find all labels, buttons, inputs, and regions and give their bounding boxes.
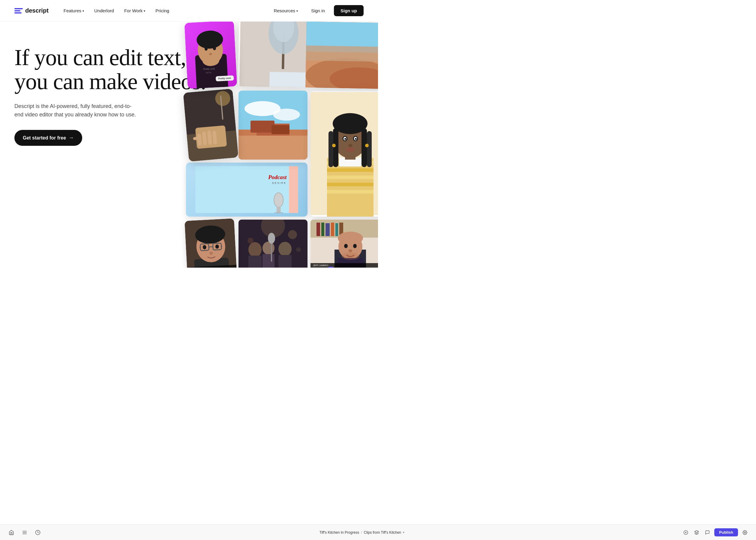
svg-point-62 [365,144,369,147]
svg-point-92 [278,242,292,256]
svg-rect-43 [327,183,373,186]
svg-rect-103 [321,222,324,236]
logo-icon [14,8,23,14]
svg-rect-39 [327,158,373,216]
nav-left: descript Features ▾ Underlord For Work ▾… [14,6,174,16]
svg-point-95 [268,233,275,244]
image-collage: Pretty cool. TikTok Pretty cool. [186,22,378,268]
logo[interactable]: descript [14,7,49,14]
svg-text:SO,: SO, [329,267,333,268]
svg-rect-106 [335,223,338,236]
hero-section: If you can edit text, you can make video… [0,22,378,268]
svg-rect-41 [327,168,373,172]
svg-rect-91 [263,254,275,268]
nav-link-underlord[interactable]: Underlord [90,6,118,16]
photo-card-3 [183,88,238,162]
svg-rect-93 [278,255,292,268]
svg-point-58 [355,138,357,140]
svg-rect-49 [328,131,333,167]
svg-rect-69 [274,212,283,213]
svg-point-90 [263,241,275,255]
svg-point-60 [346,147,355,152]
svg-rect-66 [289,166,298,213]
svg-rect-50 [361,128,367,167]
svg-point-112 [344,244,348,248]
svg-text:in that proce...: in that proce... [334,267,349,268]
nav-right: Resources ▾ Sign in Sign up [269,5,364,16]
svg-rect-68 [277,206,281,213]
photo-card-1: Pretty cool. TikTok Pretty cool. [184,22,237,89]
svg-point-96 [288,230,297,239]
svg-text:And then,: And then, [313,267,323,268]
svg-rect-48 [333,128,338,167]
svg-point-59 [348,144,352,147]
svg-rect-63 [195,166,298,213]
svg-rect-44 [327,190,373,194]
svg-point-88 [248,242,262,257]
svg-text:Podcast: Podcast [268,174,287,180]
svg-rect-35 [238,136,308,160]
photo-card-2 [238,22,378,89]
photo-card-6: Podcast DESIRE [186,163,308,216]
photo-card-4 [238,90,308,160]
svg-text:TikTok: TikTok [205,71,212,74]
svg-rect-102 [316,222,320,236]
svg-point-114 [349,249,352,252]
signin-button[interactable]: Sign in [306,6,330,16]
chevron-down-icon: ▾ [82,9,84,13]
cta-button[interactable]: Get started for free → [14,130,82,146]
svg-text:DESIRE: DESIRE [272,182,287,185]
hero-subtext: Descript is the AI-powered, fully featur… [14,102,140,119]
svg-point-97 [247,238,254,244]
pretty-cool-badge: Pretty cool. [216,75,234,81]
chevron-down-icon-work: ▾ [144,9,145,13]
svg-rect-36 [250,121,275,133]
svg-point-57 [344,138,346,140]
logo-text: descript [25,7,49,14]
svg-point-115 [341,253,359,260]
svg-text:JEFF UMBRO: JEFF UMBRO [313,264,328,267]
svg-point-52 [333,113,367,134]
navbar: descript Features ▾ Underlord For Work ▾… [0,0,378,22]
nav-link-features[interactable]: Features ▾ [60,6,88,16]
svg-rect-105 [331,222,334,236]
nav-link-resources[interactable]: Resources ▾ [269,6,302,16]
svg-point-113 [353,244,357,248]
arrow-icon: → [68,135,74,141]
signup-button[interactable]: Sign up [334,5,364,16]
photo-card-7: I mean, it took me, like 13 takes, [185,218,237,268]
svg-point-32 [273,109,300,121]
nav-links: Features ▾ Underlord For Work ▾ Pricing [60,6,174,16]
svg-rect-51 [367,131,372,167]
svg-point-61 [332,144,336,147]
svg-rect-42 [327,176,373,179]
svg-point-110 [338,232,363,245]
svg-rect-104 [325,223,330,236]
svg-rect-89 [248,256,262,268]
photo-card-9: JEFF UMBRO And then, SO, in that proce..… [311,219,378,268]
svg-point-67 [274,193,283,207]
svg-rect-19 [306,46,378,62]
svg-rect-37 [272,125,290,134]
nav-link-pricing[interactable]: Pricing [151,6,174,16]
chevron-down-icon-resources: ▾ [297,9,298,13]
svg-point-98 [296,247,301,252]
photo-card-5 [311,90,378,216]
nav-link-forwork[interactable]: For Work ▾ [120,6,149,16]
photo-card-8 [238,219,308,268]
